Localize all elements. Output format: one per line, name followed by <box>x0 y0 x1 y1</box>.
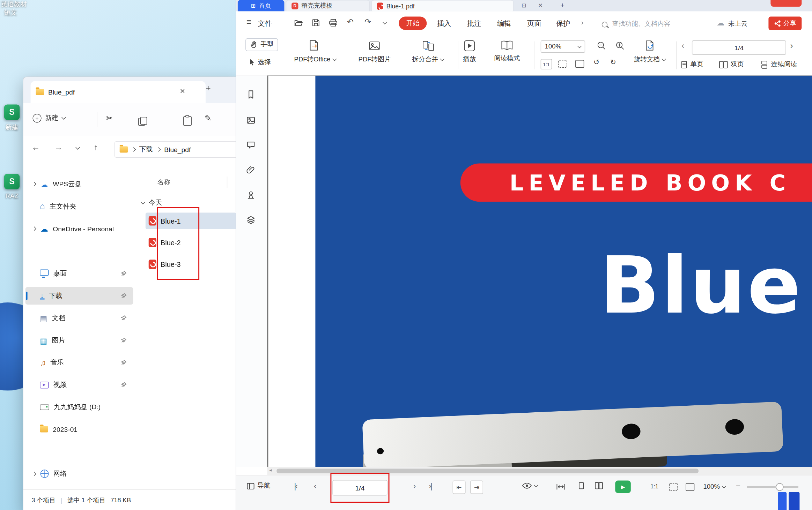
ribbon-tab-comment[interactable]: 批注 <box>467 19 481 29</box>
breadcrumb-current[interactable]: Blue_pdf <box>164 145 191 153</box>
rotate-ccw-icon[interactable]: ↺ <box>593 58 599 66</box>
zoom-in-icon[interactable] <box>615 41 625 52</box>
sidebar-item-pictures[interactable]: ▦ 图片 <box>25 331 133 349</box>
back-icon[interactable]: ← <box>31 143 40 152</box>
redo-icon[interactable]: ↷ <box>364 17 371 27</box>
prev-page-icon[interactable]: ‹ <box>681 42 684 51</box>
double-page-view-icon[interactable] <box>595 481 603 492</box>
file-menu[interactable]: 文件 <box>258 19 272 29</box>
sidebar-item-wps-cloud[interactable]: ☁ WPS云盘 <box>25 175 133 193</box>
attachment-icon[interactable] <box>246 165 255 176</box>
signature-stamp-icon[interactable] <box>246 191 255 202</box>
new-tab-icon[interactable]: + <box>560 1 564 9</box>
scroll-left-icon[interactable]: ◂ <box>269 467 272 473</box>
previous-page-button[interactable]: ‹ <box>314 482 315 490</box>
hand-tool-button[interactable]: 手型 <box>245 38 278 51</box>
status-zoom-select[interactable]: 100% <box>703 483 725 490</box>
bookmark-icon[interactable] <box>246 90 255 101</box>
taskbar-app-icon[interactable] <box>778 492 787 510</box>
history-chevron-icon[interactable] <box>75 145 80 150</box>
previous-view-button[interactable]: ⇤ <box>453 480 466 494</box>
status-actual-size-button[interactable]: 1:1 <box>650 483 658 489</box>
next-page-icon[interactable]: › <box>790 42 793 51</box>
sidebar-item-documents[interactable]: ▤ 文档 <box>25 309 133 327</box>
ribbon-tab-start[interactable]: 开始 <box>399 16 427 30</box>
column-header-name[interactable]: 名称 <box>157 178 170 187</box>
continuous-read-button[interactable]: 连续阅读 <box>760 60 797 69</box>
next-page-button[interactable]: › <box>413 482 415 490</box>
tab-home[interactable]: ⊞ 首页 <box>238 0 285 12</box>
sidebar-item-videos[interactable]: ▶ 视频 <box>25 376 133 393</box>
share-button[interactable]: 分享 <box>768 16 802 30</box>
save-icon[interactable] <box>312 18 320 29</box>
up-icon[interactable]: ↑ <box>94 143 98 152</box>
read-mode-button[interactable]: 阅读模式 <box>494 39 520 63</box>
status-fit-width-icon[interactable] <box>686 483 694 491</box>
search-icon[interactable] <box>602 22 607 27</box>
desktop-shortcut-raz-icon[interactable]: S <box>4 174 20 189</box>
sidebar-item-network[interactable]: 网络 <box>25 465 133 482</box>
tab-close-icon[interactable]: ✕ <box>538 2 543 9</box>
image-panel-icon[interactable] <box>246 116 255 127</box>
new-item-button[interactable]: + 新建 <box>32 113 65 123</box>
fit-selection-icon[interactable] <box>575 60 584 68</box>
expand-chevron-icon[interactable] <box>32 226 37 231</box>
sidebar-item-drive-d[interactable]: 九九妈妈盘 (D:) <box>25 398 133 416</box>
quick-access-chevron-icon[interactable] <box>383 20 387 24</box>
first-page-button[interactable]: |‹ <box>294 482 297 490</box>
print-icon[interactable] <box>329 18 338 29</box>
select-tool-button[interactable]: 选择 <box>249 58 271 67</box>
single-page-button[interactable]: 单页 <box>680 60 703 69</box>
zoom-slider-track[interactable] <box>747 486 798 488</box>
explorer-tab[interactable]: Blue_pdf ✕ <box>31 81 206 103</box>
expand-chevron-icon[interactable] <box>32 472 37 476</box>
rename-icon[interactable]: ✎ <box>205 113 212 123</box>
sidebar-item-music[interactable]: ♫ 音乐 <box>25 354 133 371</box>
tab-document[interactable]: Blue-1.pdf <box>371 0 514 12</box>
file-group-header[interactable]: 今天 <box>141 198 162 208</box>
last-page-button[interactable]: ›| <box>429 482 431 490</box>
collapse-chevron-icon[interactable] <box>141 200 145 204</box>
zoom-out-icon[interactable] <box>597 41 606 52</box>
status-fit-page-icon[interactable] <box>669 483 678 491</box>
zoom-slider-knob[interactable] <box>776 483 783 491</box>
pdf-to-image-button[interactable]: PDF转图片 <box>359 39 391 64</box>
close-tab-icon[interactable]: ✕ <box>180 88 185 95</box>
taskbar-app-icon[interactable] <box>789 492 799 510</box>
breadcrumb-downloads[interactable]: 下载 <box>139 145 153 154</box>
forward-icon[interactable]: → <box>54 143 63 152</box>
cloud-sync-icon[interactable]: ☁ <box>717 18 724 28</box>
column-divider[interactable] <box>227 177 227 188</box>
paste-icon[interactable] <box>184 117 192 126</box>
copy-icon[interactable] <box>138 117 147 125</box>
cloud-status-label[interactable]: 未上云 <box>728 20 748 28</box>
ribbon-tab-protect[interactable]: 保护 <box>556 19 570 29</box>
sidebar-item-downloads[interactable]: ↓ 下载 <box>25 287 133 305</box>
tab-docer[interactable]: D 稻壳充模板 <box>286 0 370 12</box>
desktop-shortcut-label[interactable]: 新建 <box>0 123 24 132</box>
play-button[interactable]: 播放 <box>463 39 476 64</box>
hamburger-icon[interactable]: ≡ <box>246 17 251 27</box>
fit-page-icon[interactable] <box>558 60 567 68</box>
new-tab-icon[interactable]: + <box>206 83 211 94</box>
breadcrumb[interactable]: 下载 Blue_pdf <box>115 141 241 158</box>
zoom-select[interactable]: 100% <box>541 40 585 53</box>
actual-size-button[interactable]: 1:1 <box>541 59 552 69</box>
undo-icon[interactable]: ↶ <box>347 17 354 27</box>
sidebar-item-folder-2023[interactable]: 2023-01 <box>25 420 133 438</box>
desktop-shortcut-wps-icon[interactable]: S <box>4 105 20 120</box>
expand-chevron-icon[interactable] <box>32 182 37 187</box>
more-tabs-icon[interactable]: › <box>581 18 583 27</box>
comment-panel-icon[interactable] <box>246 141 255 151</box>
fit-width-icon[interactable] <box>556 482 566 492</box>
page-indicator-box[interactable]: 1/4 <box>692 40 786 55</box>
rotate-doc-button[interactable]: 旋转文档 <box>634 39 665 64</box>
pdf-to-office-button[interactable]: PDF转Office <box>294 39 336 64</box>
ribbon-tab-edit[interactable]: 编辑 <box>497 19 511 29</box>
layers-icon[interactable] <box>246 216 255 226</box>
single-page-view-icon[interactable] <box>578 481 584 492</box>
next-view-button[interactable]: ⇥ <box>470 480 483 494</box>
sidebar-item-desktop[interactable]: 桌面 <box>25 265 133 282</box>
double-page-button[interactable]: 双页 <box>719 60 744 69</box>
split-merge-button[interactable]: 拆分合并 <box>412 39 444 64</box>
